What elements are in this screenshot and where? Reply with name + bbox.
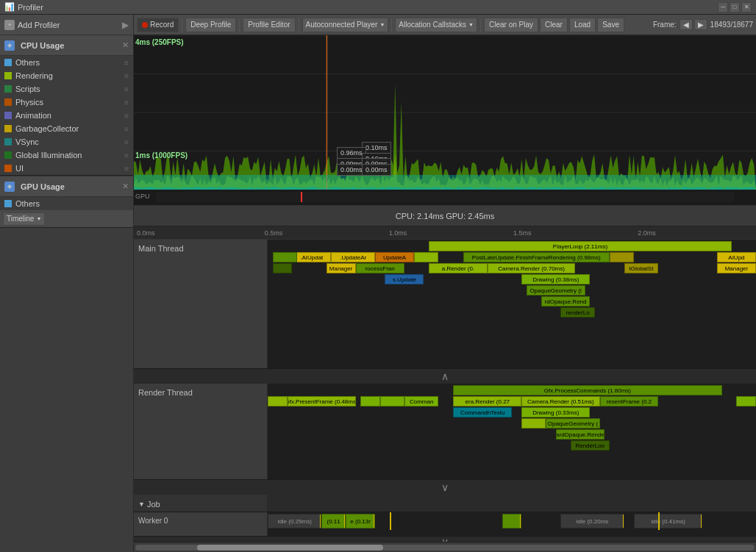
gpu-usage-section: ◈ GPU Usage ✕ Others xyxy=(0,176,133,210)
thread-bar[interactable]: Manager xyxy=(717,263,756,273)
worker0-expand[interactable]: ∨ xyxy=(134,537,756,542)
legend-item-settings[interactable]: ≡ xyxy=(124,85,129,93)
legend-item-settings[interactable]: ≡ xyxy=(124,165,129,173)
worker-tick xyxy=(658,512,660,530)
job-collapse-icon[interactable]: ▼ xyxy=(138,501,145,508)
allocation-callstacks-dropdown[interactable]: Allocation Callstacks xyxy=(395,18,477,32)
close-btn[interactable]: ✕ xyxy=(741,2,752,12)
thread-bar[interactable] xyxy=(521,418,546,429)
legend-item-settings[interactable]: ≡ xyxy=(124,72,129,80)
cpu-legend-item[interactable]: VSync≡ xyxy=(0,135,133,148)
cpu-legend-item[interactable]: UI≡ xyxy=(0,162,133,175)
cpu-legend-item[interactable]: Animation≡ xyxy=(0,109,133,122)
worker0-label: Worker 0 xyxy=(134,512,268,536)
thread-bar[interactable]: AIUpd xyxy=(717,252,756,262)
cpu-legend-item[interactable]: Global Illumination≡ xyxy=(0,148,133,162)
thread-bar[interactable] xyxy=(360,396,380,406)
next-frame-btn[interactable]: ▶ xyxy=(694,19,707,30)
legend-label-text: VSync xyxy=(15,137,39,146)
thread-bar[interactable]: PostLateUpdate.FinishFrameRendering (0.9… xyxy=(463,252,610,262)
thread-bar[interactable]: resentFrame (0.2 xyxy=(600,396,659,406)
minimize-btn[interactable]: ─ xyxy=(718,2,728,12)
thread-bar[interactable]: Gfx.ProcessCommands (1.80ms) xyxy=(453,385,721,395)
thread-bar[interactable] xyxy=(273,263,293,273)
legend-item-settings[interactable]: ≡ xyxy=(124,112,129,120)
thread-bar[interactable]: Drawing (0.38ms) xyxy=(521,274,590,284)
cpu-chart: 4ms (250FPS) 1ms (1000FPS) 0.10ms 0.96ms… xyxy=(134,35,756,190)
thread-bar[interactable]: Comman xyxy=(404,396,438,406)
timeline-dropdown[interactable]: Timeline xyxy=(3,212,45,226)
legend-item-settings[interactable]: ≡ xyxy=(124,151,129,159)
worker0-content[interactable]: Idle (0.29ms)(0.11e (0.13ridle (0.20msId… xyxy=(268,512,756,536)
thread-bar[interactable] xyxy=(273,252,297,262)
cpu-legend-item[interactable]: Physics≡ xyxy=(0,96,133,109)
thread-bar[interactable]: Manager xyxy=(327,263,356,273)
thread-bar[interactable]: a.Render (0. xyxy=(429,263,488,273)
thread-bar[interactable]: PlayerLoop (2.11ms) xyxy=(429,241,732,251)
worker-bar[interactable] xyxy=(502,514,522,528)
cpu-legend-item[interactable]: Scripts≡ xyxy=(0,82,133,96)
thread-bar[interactable]: OpaqueGeometry (I xyxy=(527,285,585,295)
prev-frame-btn[interactable]: ◀ xyxy=(680,19,693,30)
main-thread-content[interactable]: PlayerLoop (2.11ms).AIUpdat.UpdateArUpda… xyxy=(268,240,756,368)
record-btn[interactable]: Record xyxy=(137,18,179,32)
legend-item-settings[interactable]: ≡ xyxy=(124,98,129,107)
thread-bar[interactable]: s.Update xyxy=(385,274,424,284)
cpu-legend-item[interactable]: Others≡ xyxy=(0,56,133,69)
clear-on-play-btn[interactable]: Clear on Play xyxy=(484,18,538,32)
thread-bar[interactable]: .AIUpdat xyxy=(292,252,331,262)
clear-btn[interactable]: Clear xyxy=(540,18,568,32)
thread-bar[interactable]: Camera.Render (0.70ms) xyxy=(488,263,576,273)
main-thread-collapse[interactable]: ∧ xyxy=(134,369,756,384)
thread-bar[interactable]: Gfx.PresentFrame (0.48ms) xyxy=(288,396,356,406)
gpu-row-label: GPU xyxy=(135,193,150,200)
maximize-btn[interactable]: □ xyxy=(730,2,740,12)
thread-bar[interactable]: CommandhTextu xyxy=(453,407,512,417)
hscroll-track[interactable] xyxy=(135,545,755,551)
thread-bar[interactable] xyxy=(736,396,756,406)
thread-bar[interactable] xyxy=(414,252,438,262)
connected-player-dropdown[interactable]: Autoconnected Player xyxy=(302,18,389,32)
worker-bar[interactable]: (0.11 xyxy=(321,514,346,528)
horizontal-scrollbar[interactable] xyxy=(134,542,756,552)
legend-item-settings[interactable]: ≡ xyxy=(124,125,129,133)
thread-bar[interactable]: Camera.Render (0.51ms) xyxy=(521,396,599,406)
thread-bar[interactable] xyxy=(610,252,634,262)
legend-item-settings[interactable]: ≡ xyxy=(124,59,129,67)
worker-bar[interactable]: Idle (0.29ms) xyxy=(268,514,321,528)
worker-bar[interactable]: Idle (0.41ms) xyxy=(634,514,702,528)
thread-bar[interactable]: Drawing (0.33ms) xyxy=(521,407,590,417)
cpu-legend-item[interactable]: GarbageCollector≡ xyxy=(0,122,133,135)
profile-editor-btn[interactable]: Profile Editor xyxy=(243,18,295,32)
thread-bar[interactable]: tGlobalSt xyxy=(624,263,658,273)
thread-bar[interactable]: .UpdateAr xyxy=(331,252,375,262)
thread-bar[interactable] xyxy=(380,396,404,406)
worker-bar[interactable]: e (0.13r xyxy=(346,514,375,528)
deep-profile-btn[interactable]: Deep Profile xyxy=(185,18,236,32)
gpu-spike xyxy=(301,192,302,202)
cpu-legend-item[interactable]: Rendering≡ xyxy=(0,69,133,82)
thread-bar[interactable] xyxy=(268,396,288,406)
add-profiler-btn[interactable]: Add Profiler xyxy=(18,21,60,29)
thread-bar[interactable]: renderLo xyxy=(560,307,594,318)
thread-bar[interactable]: rdOpaque.Rend xyxy=(541,296,590,307)
hscroll-thumb[interactable] xyxy=(197,545,383,551)
save-btn[interactable]: Save xyxy=(597,18,624,32)
thread-bar[interactable]: rocessFran xyxy=(356,263,404,273)
render-thread-collapse[interactable]: ∨ xyxy=(134,480,756,495)
load-btn[interactable]: Load xyxy=(569,18,596,32)
gpu-legend-item[interactable]: Others xyxy=(0,197,133,210)
sidebar-close-icon[interactable]: ▶ xyxy=(122,20,129,30)
thread-bar[interactable]: UpdateA xyxy=(375,252,414,262)
gpu-section-close[interactable]: ✕ xyxy=(122,182,129,191)
worker-bar[interactable]: idle (0.20ms xyxy=(560,514,624,528)
thread-bar[interactable]: ardOpaque.Rende xyxy=(556,429,605,440)
thread-bar[interactable]: RenderLoo xyxy=(571,440,610,451)
thread-bar[interactable]: OpaqueGeometry ( xyxy=(546,418,599,429)
cpu-usage-section: ◈ CPU Usage ✕ Others≡Rendering≡Scripts≡P… xyxy=(0,35,133,176)
render-thread-content[interactable]: Gfx.ProcessCommands (1.80ms)Gfx.PresentF… xyxy=(268,384,756,479)
waveform-canvas xyxy=(134,35,756,190)
legend-item-settings[interactable]: ≡ xyxy=(124,138,129,146)
cpu-section-close[interactable]: ✕ xyxy=(122,40,129,50)
thread-bar[interactable]: era.Render (0.27 xyxy=(453,396,521,406)
